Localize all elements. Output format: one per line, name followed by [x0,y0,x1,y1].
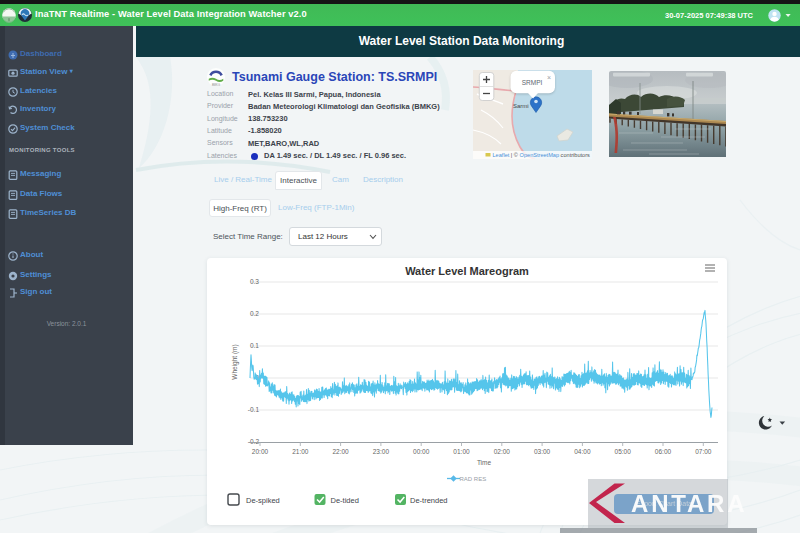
svg-text:0.2: 0.2 [250,310,259,317]
svg-text:05:00: 05:00 [615,448,632,455]
svg-text:02:00: 02:00 [494,448,511,455]
svg-text:×: × [547,74,551,81]
svg-text:04:00: 04:00 [574,448,591,455]
svg-text:Water Level Mareogram: Water Level Mareogram [405,265,529,277]
svg-text:0.3: 0.3 [250,278,259,285]
svg-text:06:00: 06:00 [655,448,672,455]
svg-text:De-tided: De-tided [331,496,359,505]
svg-text:23:00: 23:00 [373,448,390,455]
svg-text:07:00: 07:00 [695,448,712,455]
svg-text:01:00: 01:00 [453,448,470,455]
svg-text:0.1: 0.1 [250,342,259,349]
svg-text:Sarmi: Sarmi [513,103,529,109]
svg-text:Time: Time [477,459,492,466]
svg-text:-0.2: -0.2 [248,438,260,445]
svg-text:22:00: 22:00 [332,448,349,455]
svg-text:-0.1: -0.1 [248,406,260,413]
svg-text:ANTARA: ANTARA [631,490,747,517]
svg-text:03:00: 03:00 [534,448,551,455]
svg-text:Wheight (m): Wheight (m) [231,344,239,379]
svg-text:BMKG: BMKG [212,83,220,87]
svg-text:De-spiked: De-spiked [246,496,280,505]
svg-text:20:00: 20:00 [252,448,269,455]
svg-text:Leaflet | © OpenStreetMap cont: Leaflet | © OpenStreetMap contributors [493,152,591,158]
svg-text:RAD RES: RAD RES [460,476,487,482]
svg-text:SRMPI: SRMPI [522,79,543,86]
svg-text:21:00: 21:00 [292,448,309,455]
svg-text:De-trended: De-trended [410,496,448,505]
svg-text:00:00: 00:00 [413,448,430,455]
